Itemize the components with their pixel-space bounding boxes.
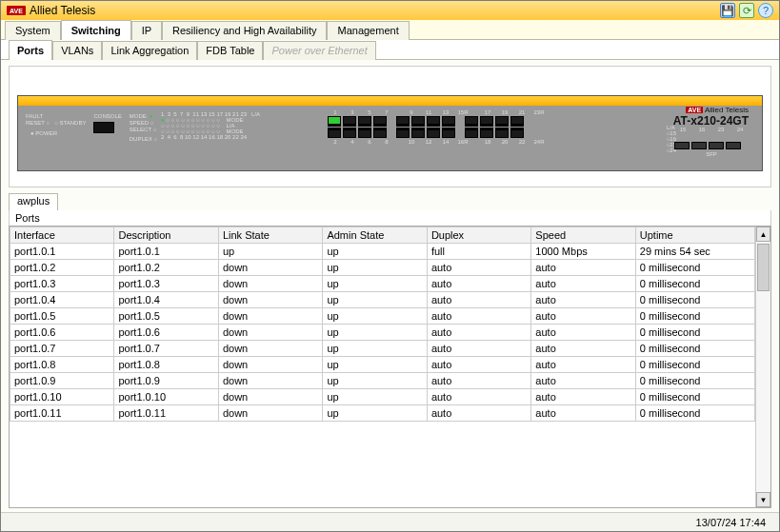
device-panel: AVE Allied Telesis AT-x210-24GT FAULT RE… [9,66,771,187]
table-row[interactable]: port1.0.6port1.0.6downupautoauto0 millis… [10,325,755,341]
switch-port[interactable] [343,128,356,138]
subtab-link-aggregation[interactable]: Link Aggregation [102,41,197,60]
switch-port[interactable] [465,116,478,127]
tab-system[interactable]: System [5,21,61,40]
switch-port[interactable] [396,116,410,127]
section-label: Ports [9,210,771,226]
column-header[interactable]: Link State [218,227,322,244]
table-row[interactable]: port1.0.4port1.0.4downupautoauto0 millis… [10,292,755,308]
switch-port[interactable] [427,116,440,127]
host-tab-awplus[interactable]: awplus [9,193,58,210]
scroll-down-icon[interactable]: ▼ [756,492,770,507]
sfp-port[interactable] [674,142,690,149]
table-row[interactable]: port1.0.10port1.0.10downupautoauto0 mill… [10,389,755,405]
scroll-thumb[interactable] [757,244,770,291]
switch-port[interactable] [411,128,425,138]
switch-port[interactable] [358,116,371,127]
statusbar: 13/07/24 17:44 [1,512,779,531]
sub-tabs: Ports VLANs Link Aggregation FDB Table P… [1,40,779,60]
subtab-fdb-table[interactable]: FDB Table [197,41,263,60]
switch-port[interactable] [343,116,356,127]
subtab-poe: Power over Ethernet [263,41,375,60]
scroll-up-icon[interactable]: ▲ [756,227,770,242]
switch-port[interactable] [480,116,493,127]
app-window: AVE Allied Telesis 💾 ⟳ ? System Switchin… [0,0,780,532]
switch-port[interactable] [442,128,455,138]
refresh-icon[interactable]: ⟳ [739,3,754,18]
switch-port[interactable] [358,128,371,138]
table-row[interactable]: port1.0.9port1.0.9downupautoauto0 millis… [10,373,755,389]
ports-table: InterfaceDescriptionLink StateAdmin Stat… [10,227,755,422]
switch-port[interactable] [480,128,493,138]
tab-switching[interactable]: Switching [61,20,131,40]
app-title: Allied Telesis [30,4,95,17]
switch-port[interactable] [495,116,509,127]
switch-port[interactable] [373,128,387,138]
tab-management[interactable]: Management [327,21,409,40]
switch-port[interactable] [465,128,478,138]
switch-port[interactable] [510,116,524,127]
column-header[interactable]: Description [114,227,218,244]
table-row[interactable]: port1.0.3port1.0.3downupautoauto0 millis… [10,276,755,292]
titlebar: AVE Allied Telesis 💾 ⟳ ? [1,1,779,20]
sfp-block: 15 16 23 24 SFP [674,127,749,157]
ports-table-wrap: InterfaceDescriptionLink StateAdmin Stat… [9,226,771,508]
switch-port[interactable] [495,128,509,138]
help-icon[interactable]: ? [758,3,773,18]
device-brand-logo-icon: AVE [686,107,703,113]
save-icon[interactable]: 💾 [720,3,735,18]
table-row[interactable]: port1.0.8port1.0.8downupautoauto0 millis… [10,357,755,373]
switch-port[interactable] [328,128,341,138]
device-left-labels: FAULT RESET ○ ○ STANDBY ● POWER CONSOLE … [26,113,157,143]
tab-ip[interactable]: IP [131,21,162,40]
table-row[interactable]: port1.0.11port1.0.11downupautoauto0 mill… [10,405,755,422]
switch-port[interactable] [373,116,387,127]
column-header[interactable]: Speed [531,227,635,244]
table-row[interactable]: port1.0.2port1.0.2downupautoauto0 millis… [10,260,755,276]
sfp-port[interactable] [709,142,724,149]
switch-port[interactable] [396,128,410,138]
switch-device: AVE Allied Telesis AT-x210-24GT FAULT RE… [17,95,763,171]
table-row[interactable]: port1.0.7port1.0.7downupautoauto0 millis… [10,341,755,357]
brand-logo: AVE [7,6,26,15]
port-block: 13579111315R17192123R 246810121416R18202… [328,109,547,145]
scroll-track[interactable] [756,242,770,492]
switch-port[interactable] [442,116,455,127]
main-tabs: System Switching IP Resiliency and High … [1,20,779,40]
sfp-port[interactable] [691,142,707,149]
subtab-vlans[interactable]: VLANs [52,41,102,60]
host-tabs: awplus [9,193,771,210]
column-header[interactable]: Duplex [427,227,530,244]
device-led-matrix: 1 3 5 7 9 11 13 15 17 19 21 23 L/A ● ○ ○… [161,111,260,140]
switch-port[interactable] [411,116,425,127]
subtab-ports[interactable]: Ports [9,40,52,60]
status-time: 13/07/24 17:44 [696,517,766,528]
table-scrollbar[interactable]: ▲ ▼ [755,227,770,507]
brand-logo-icon: AVE [7,6,26,15]
device-model: AT-x210-24GT [673,114,749,128]
switch-port[interactable] [427,128,440,138]
column-header[interactable]: Admin State [323,227,427,244]
device-brand-text: Allied Telesis [705,106,749,114]
switch-port[interactable] [328,116,341,127]
table-row[interactable]: port1.0.1port1.0.1upupfull1000 Mbps29 mi… [10,244,755,260]
sfp-port[interactable] [726,142,741,149]
table-row[interactable]: port1.0.5port1.0.5downupautoauto0 millis… [10,308,755,325]
tab-resiliency[interactable]: Resiliency and High Availability [162,21,327,40]
switch-port[interactable] [510,128,524,138]
column-header[interactable]: Uptime [635,227,754,244]
column-header[interactable]: Interface [10,227,114,244]
